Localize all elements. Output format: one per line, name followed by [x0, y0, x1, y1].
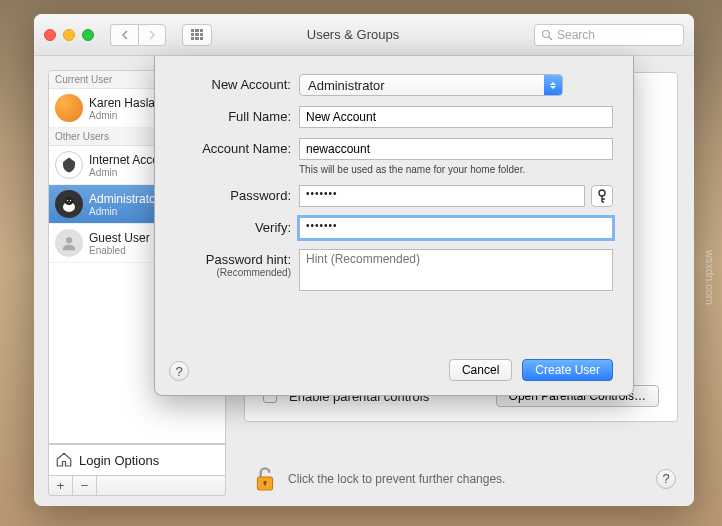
window-title: Users & Groups	[200, 27, 506, 42]
nav-buttons	[110, 24, 166, 46]
chevron-updown-icon	[544, 75, 562, 95]
new-account-form: New Account: Administrator Full Name: Ac…	[163, 74, 613, 351]
watermark-text: wsxdn.com	[704, 250, 716, 305]
help-button[interactable]: ?	[656, 469, 676, 489]
lock-icon[interactable]	[252, 464, 278, 494]
user-subtext: Enabled	[89, 245, 150, 256]
account-name-hint: This will be used as the name for your h…	[299, 164, 613, 175]
back-button[interactable]	[110, 24, 138, 46]
svg-point-0	[543, 30, 550, 37]
label-password: Password:	[163, 185, 291, 203]
svg-point-10	[599, 190, 605, 196]
key-icon	[596, 189, 608, 203]
avatar	[55, 229, 83, 257]
user-name: Guest User	[89, 231, 150, 245]
close-icon[interactable]	[44, 29, 56, 41]
svg-point-3	[65, 197, 73, 205]
label-password-hint: Password hint: (Recommended)	[163, 249, 291, 278]
svg-line-1	[549, 37, 552, 40]
password-assistant-button[interactable]	[591, 185, 613, 207]
titlebar: Users & Groups Search	[34, 14, 694, 56]
traffic-lights	[44, 29, 94, 41]
login-options-label: Login Options	[79, 453, 159, 468]
password-hint-input[interactable]	[299, 249, 613, 291]
svg-point-6	[66, 237, 72, 243]
remove-user-button[interactable]: −	[73, 476, 97, 495]
svg-rect-9	[264, 482, 266, 485]
search-placeholder: Search	[557, 28, 595, 42]
home-icon	[55, 451, 73, 469]
account-name-input[interactable]	[299, 138, 613, 160]
login-options-row[interactable]: Login Options	[48, 444, 226, 476]
svg-point-4	[67, 200, 68, 201]
minimize-icon[interactable]	[63, 29, 75, 41]
add-user-button[interactable]: +	[49, 476, 73, 495]
user-name: Administrator	[89, 192, 160, 206]
password-input[interactable]: •••••••	[299, 185, 585, 207]
label-account-type: New Account:	[163, 74, 291, 92]
lock-row: Click the lock to prevent further change…	[252, 464, 676, 494]
label-verify: Verify:	[163, 217, 291, 235]
create-user-button[interactable]: Create User	[522, 359, 613, 381]
cancel-button[interactable]: Cancel	[449, 359, 512, 381]
user-subtext: Admin	[89, 206, 160, 217]
search-input[interactable]: Search	[534, 24, 684, 46]
search-icon	[541, 29, 553, 41]
verify-input[interactable]: •••••••	[299, 217, 613, 239]
add-remove-bar: + −	[48, 476, 226, 496]
syspref-window: Users & Groups Search Current User Karen…	[34, 14, 694, 506]
new-account-sheet: New Account: Administrator Full Name: Ac…	[154, 56, 634, 396]
avatar	[55, 151, 83, 179]
full-name-input[interactable]	[299, 106, 613, 128]
sheet-footer: Cancel Create User	[163, 351, 613, 381]
zoom-icon[interactable]	[82, 29, 94, 41]
sheet-help-button[interactable]: ?	[169, 361, 189, 381]
forward-button[interactable]	[138, 24, 166, 46]
svg-point-5	[70, 200, 71, 201]
avatar	[55, 94, 83, 122]
account-type-select[interactable]: Administrator	[299, 74, 563, 96]
avatar	[55, 190, 83, 218]
lock-text: Click the lock to prevent further change…	[288, 472, 505, 486]
label-account-name: Account Name:	[163, 138, 291, 156]
account-type-value: Administrator	[308, 78, 385, 93]
label-full-name: Full Name:	[163, 106, 291, 124]
